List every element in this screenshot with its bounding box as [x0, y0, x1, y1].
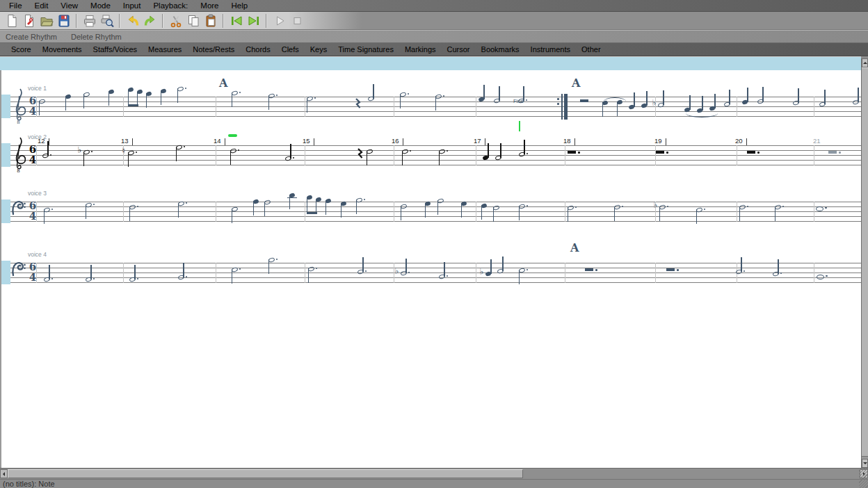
note[interactable] — [340, 201, 350, 208]
menu-item-edit[interactable]: Edit — [29, 1, 55, 10]
note[interactable] — [231, 206, 241, 213]
note[interactable] — [42, 153, 51, 160]
note[interactable] — [145, 91, 155, 98]
vertical-scrollbar[interactable] — [861, 58, 868, 468]
note[interactable] — [495, 155, 504, 162]
document-wizard-button[interactable] — [21, 13, 37, 29]
tab-staffsvoices[interactable]: Staffs/Voices — [88, 45, 143, 54]
note[interactable] — [306, 96, 316, 103]
note[interactable] — [438, 274, 448, 281]
note[interactable] — [739, 204, 748, 211]
fine-mark[interactable]: Fine — [513, 98, 524, 104]
treble-clef[interactable]: 8 — [12, 88, 26, 124]
note[interactable] — [709, 106, 718, 113]
note[interactable] — [816, 206, 826, 213]
note[interactable] — [65, 94, 74, 101]
note[interactable] — [774, 204, 784, 211]
note[interactable] — [401, 149, 411, 156]
note[interactable] — [741, 99, 751, 106]
note[interactable] — [424, 201, 434, 208]
note[interactable] — [735, 269, 745, 276]
paste-button[interactable] — [202, 13, 218, 29]
tab-instruments[interactable]: Instruments — [525, 45, 576, 54]
note[interactable] — [757, 99, 766, 106]
whole-rest[interactable] — [568, 151, 576, 154]
note[interactable] — [284, 156, 294, 163]
note[interactable] — [399, 92, 409, 99]
tab-movements[interactable]: Movements — [37, 45, 88, 54]
note[interactable] — [460, 201, 470, 208]
note[interactable] — [307, 266, 317, 273]
half-rest[interactable] — [580, 99, 588, 102]
note[interactable] — [177, 201, 187, 208]
note[interactable] — [518, 152, 528, 158]
horizontal-scroll-thumb[interactable] — [8, 469, 523, 478]
note[interactable] — [83, 92, 93, 99]
tab-markings[interactable]: Markings — [399, 45, 442, 54]
note[interactable] — [567, 205, 577, 212]
menu-item-mode[interactable]: Mode — [84, 1, 117, 10]
menu-item-input[interactable]: Input — [117, 1, 147, 10]
note[interactable] — [357, 269, 367, 276]
go-first-button[interactable] — [228, 13, 244, 29]
note[interactable] — [437, 198, 447, 205]
note[interactable] — [493, 98, 503, 105]
note[interactable] — [175, 145, 185, 152]
note[interactable] — [231, 267, 241, 274]
go-last-button[interactable] — [246, 13, 262, 29]
note[interactable] — [85, 277, 95, 284]
note[interactable]: ♭ — [659, 204, 668, 211]
tab-measures[interactable]: Measures — [143, 45, 187, 54]
note[interactable]: ♮ — [127, 150, 137, 157]
note[interactable]: ♭ — [400, 270, 410, 277]
note[interactable] — [268, 257, 278, 264]
note[interactable] — [129, 277, 138, 284]
note[interactable] — [819, 101, 828, 108]
note[interactable]: ♭ — [485, 271, 495, 278]
note[interactable] — [478, 97, 488, 104]
note[interactable] — [231, 90, 241, 97]
menu-item-file[interactable]: File — [3, 1, 29, 10]
menu-item-more[interactable]: More — [194, 1, 225, 10]
time-signature[interactable]: 64 — [28, 201, 38, 221]
tab-keys[interactable]: Keys — [305, 45, 332, 54]
note[interactable] — [289, 193, 298, 200]
tab-cursor[interactable]: Cursor — [442, 45, 476, 54]
save-file-button[interactable] — [56, 13, 72, 29]
quarter-rest[interactable] — [357, 148, 363, 159]
note[interactable] — [613, 204, 623, 211]
cut-button[interactable] — [168, 13, 184, 29]
note[interactable] — [177, 275, 187, 282]
note[interactable] — [129, 204, 138, 211]
redo-button[interactable] — [142, 13, 158, 29]
note[interactable] — [38, 99, 48, 106]
note[interactable] — [367, 96, 377, 103]
tab-score[interactable]: Score — [6, 45, 37, 54]
time-signature[interactable]: 64 — [28, 96, 38, 116]
note[interactable] — [518, 204, 528, 211]
note[interactable] — [792, 100, 802, 107]
menu-item-playback[interactable]: Playback: — [147, 1, 194, 10]
scroll-left-button[interactable] — [0, 469, 8, 478]
note[interactable] — [492, 205, 502, 212]
menu-item-view[interactable]: View — [54, 1, 84, 10]
treble-clef[interactable]: 8 — [12, 136, 26, 172]
note[interactable] — [723, 101, 733, 108]
note[interactable] — [160, 88, 170, 95]
note[interactable] — [497, 268, 506, 275]
undo-button[interactable] — [124, 13, 140, 29]
note[interactable] — [482, 155, 492, 162]
tab-chords[interactable]: Chords — [240, 45, 275, 54]
bass-clef[interactable] — [11, 200, 26, 216]
note[interactable] — [438, 149, 448, 156]
whole-rest[interactable] — [585, 268, 593, 271]
note[interactable] — [400, 204, 410, 211]
note[interactable] — [355, 197, 365, 204]
tab-clefs[interactable]: Clefs — [276, 45, 305, 54]
note[interactable] — [628, 104, 638, 111]
staff-selection-marker[interactable] — [1, 95, 10, 118]
whole-rest[interactable] — [656, 151, 664, 154]
create-rhythm-button[interactable]: Create Rhythm — [6, 33, 57, 41]
note[interactable] — [481, 203, 490, 210]
note[interactable] — [43, 277, 53, 284]
